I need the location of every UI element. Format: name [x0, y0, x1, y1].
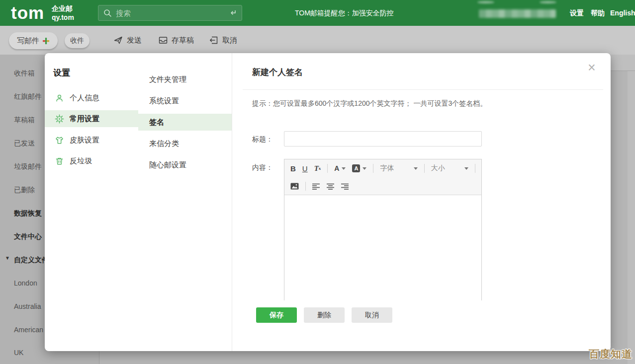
- scrollbar-track[interactable]: [628, 71, 635, 364]
- subnav-incoming-filter[interactable]: 来信分类: [138, 135, 232, 152]
- settings-nav-antispam[interactable]: 反垃圾: [45, 152, 138, 169]
- subnav-carefree-mail[interactable]: 随心邮设置: [138, 156, 232, 173]
- settings-nav-label: 皮肤设置: [70, 136, 99, 145]
- signature-hint-text: 提示：您可设置最多600个汉字或1200个英文字符； 一共可设置3个签名档。: [252, 99, 487, 108]
- cancel-button[interactable]: 取消: [352, 307, 392, 323]
- title-field-label: 标题：: [252, 135, 273, 144]
- search-input[interactable]: [116, 9, 229, 17]
- settings-nav-personal-info[interactable]: 个人信息: [45, 89, 138, 106]
- bold-button[interactable]: B: [290, 164, 296, 173]
- search-box[interactable]: [98, 5, 242, 21]
- clear-format-button[interactable]: Tx: [314, 164, 321, 173]
- settings-modal: 设置 个人信息 常用设置: [45, 53, 611, 351]
- subnav-signature[interactable]: 签名: [138, 114, 232, 131]
- chevron-down-icon: [464, 167, 468, 170]
- settings-nav-label: 反垃圾: [70, 156, 92, 166]
- cancel-label: 取消: [222, 36, 237, 45]
- editor-toolbar: B U Tx A A 字体: [284, 159, 481, 195]
- sidebar-item-sent[interactable]: 已发送: [14, 138, 35, 148]
- chevron-down-icon[interactable]: ▼: [5, 255, 10, 261]
- toolbar-separator: [475, 164, 475, 173]
- compose-button[interactable]: 写邮件: [9, 32, 58, 49]
- brand-line1: 企业邮: [52, 4, 74, 13]
- toolbar-separator: [327, 164, 328, 173]
- brand-line2: qy.tom: [52, 13, 74, 22]
- save-button[interactable]: 保存: [256, 307, 297, 323]
- paper-plane-icon: [113, 35, 123, 45]
- receive-label: 收件: [70, 36, 84, 45]
- brand-text: 企业邮 qy.tom: [52, 4, 74, 22]
- signature-title-input[interactable]: [284, 131, 482, 146]
- bg-color-chip: A: [352, 164, 360, 172]
- save-draft-action[interactable]: 存草稿: [158, 26, 194, 55]
- delete-button[interactable]: 删除: [304, 307, 345, 323]
- dialog-title: 新建个人签名: [252, 67, 303, 78]
- help-link[interactable]: 帮助: [591, 0, 605, 26]
- sidebar-item-london[interactable]: London: [14, 278, 37, 288]
- signature-content-area[interactable]: [284, 195, 481, 300]
- insert-image-button[interactable]: [290, 183, 299, 190]
- content-field-label: 内容：: [252, 163, 273, 172]
- sidebar-item-file-center[interactable]: 文件中心: [14, 231, 42, 241]
- underline-button[interactable]: U: [302, 164, 308, 173]
- blur-artifact: [477, 1, 494, 3]
- trash-icon: [55, 156, 64, 166]
- settings-nav-skin[interactable]: 皮肤设置: [45, 132, 138, 148]
- chevron-down-icon: [414, 167, 418, 170]
- receive-button[interactable]: 收件: [65, 33, 90, 48]
- cancel-action[interactable]: 取消: [209, 26, 237, 55]
- subnav-system-settings[interactable]: 系统设置: [138, 92, 232, 109]
- security-notice: TOM邮箱提醒您：加强安全防控: [295, 0, 394, 26]
- english-link[interactable]: English: [610, 0, 635, 26]
- toolbar-separator: [305, 182, 306, 191]
- search-icon: [103, 9, 112, 17]
- signature-editor: B U Tx A A 字体: [284, 159, 482, 300]
- sidebar-item-spam[interactable]: 垃圾邮件: [14, 161, 42, 171]
- bg-color-button[interactable]: A: [352, 164, 366, 172]
- settings-subnav: 文件夹管理 系统设置 签名 来信分类 随心邮设置: [138, 53, 232, 351]
- blurred-account-email: [479, 9, 556, 18]
- font-size-select[interactable]: 大小: [431, 164, 468, 173]
- subnav-folder-management[interactable]: 文件夹管理: [138, 71, 232, 88]
- send-action[interactable]: 发送: [113, 26, 142, 55]
- person-icon: [55, 93, 64, 103]
- settings-nav-general[interactable]: 常用设置: [45, 110, 138, 127]
- sidebar-item-australia[interactable]: Australia: [14, 301, 41, 311]
- gear-icon: [55, 114, 64, 124]
- plus-icon: [42, 37, 50, 45]
- close-icon[interactable]: ×: [588, 60, 596, 75]
- sidebar-item-uk[interactable]: UK: [14, 348, 23, 358]
- align-right-button[interactable]: [341, 183, 349, 190]
- save-draft-label: 存草稿: [172, 36, 194, 45]
- settings-link[interactable]: 设置: [570, 0, 584, 26]
- toolbar-separator: [373, 164, 373, 173]
- mail-toolbar: 写邮件 收件 发送 存草稿: [0, 26, 635, 55]
- search-enter-icon[interactable]: [229, 9, 237, 16]
- font-family-select[interactable]: 字体: [380, 164, 417, 173]
- tshirt-icon: [55, 136, 64, 145]
- settings-panel-title: 设置: [53, 67, 70, 78]
- cancel-arrow-icon: [209, 35, 219, 45]
- align-left-button[interactable]: [312, 183, 320, 190]
- blur-artifact: [540, 1, 556, 3]
- chevron-down-icon: [363, 167, 366, 170]
- drafts-box-icon: [158, 35, 168, 45]
- chevron-down-icon: [342, 167, 346, 170]
- settings-nav-label: 个人信息: [70, 93, 99, 103]
- baidu-zhidao-watermark: 百度知道: [589, 347, 633, 361]
- sidebar-item-data-recovery[interactable]: 数据恢复: [14, 208, 42, 218]
- tom-logo[interactable]: tom: [11, 2, 44, 23]
- sidebar-item-american[interactable]: American: [14, 325, 43, 335]
- font-color-button[interactable]: A: [334, 165, 346, 171]
- align-center-button[interactable]: [327, 183, 335, 190]
- sidebar-item-flagged[interactable]: 红旗邮件: [14, 91, 42, 101]
- sidebar-item-inbox[interactable]: 收件箱: [14, 68, 35, 78]
- sidebar-item-drafts[interactable]: 草稿箱: [14, 115, 35, 125]
- send-label: 发送: [127, 36, 142, 45]
- top-bar: tom 企业邮 qy.tom TOM邮箱提醒您：加强安全防控 设置 帮助 Eng…: [0, 0, 635, 26]
- title-divider: [243, 89, 603, 90]
- toolbar-separator: [424, 164, 425, 173]
- compose-label: 写邮件: [17, 36, 39, 46]
- sidebar-item-deleted[interactable]: 已删除: [14, 185, 35, 195]
- settings-nav-label: 常用设置: [70, 114, 99, 124]
